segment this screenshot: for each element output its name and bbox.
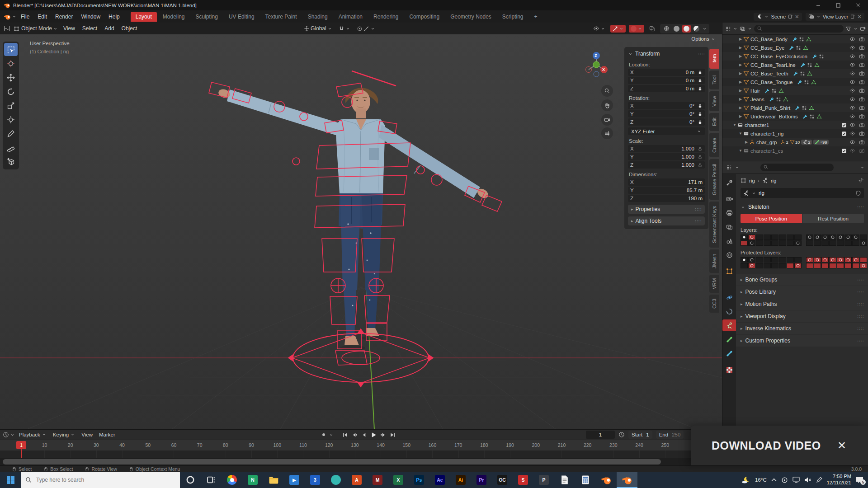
panel-inverse-kinematics[interactable]: ▸Inverse Kinematics∷∷ [736, 323, 868, 334]
object-name[interactable]: CC_Base_Teeth [750, 71, 788, 76]
disclosure-icon[interactable]: ▶ [738, 114, 743, 118]
protected-layer-cell[interactable] [748, 257, 755, 263]
render-visibility-icon[interactable] [859, 139, 865, 145]
close-button[interactable] [848, 0, 868, 10]
next-keyframe-button[interactable] [379, 431, 387, 439]
object-name[interactable]: Plaid_Punk_Shirt [750, 105, 790, 111]
object-name[interactable]: CC_Base_Body [750, 37, 788, 42]
timeline-menu-view[interactable]: View [78, 431, 96, 438]
skeleton-panel-header[interactable]: Skeleton ∷∷ [736, 200, 868, 212]
armature-layer-cell[interactable] [779, 235, 786, 240]
disclosure-icon[interactable]: ▼ [738, 149, 743, 153]
armature-layer-cell[interactable] [787, 240, 794, 246]
render-visibility-icon[interactable] [859, 131, 865, 136]
overlay-close-icon[interactable]: ✕ [837, 439, 846, 452]
protected-layer-cell[interactable] [764, 263, 771, 268]
armature-layer-cell[interactable] [771, 235, 778, 240]
network-display-icon[interactable] [793, 477, 800, 483]
snap-toggle[interactable] [337, 25, 352, 33]
sidebar-tab-tool[interactable]: Tool [709, 70, 719, 89]
editor-type-icon[interactable] [4, 25, 10, 32]
outliner-row[interactable]: ▼character1_cs [722, 146, 868, 155]
properties-tab-constraints[interactable] [722, 305, 736, 317]
gizmo-z-axis[interactable]: Z [593, 53, 599, 58]
protected-layer-cell[interactable] [829, 257, 836, 263]
viewport-menu-add[interactable]: Add [101, 24, 118, 33]
protected-layer-cell[interactable] [741, 257, 748, 263]
armature-layer-cell[interactable] [852, 235, 859, 240]
sidebar-tab-grease-pencil[interactable]: Grease Pencil [709, 159, 719, 200]
protected-layer-cell[interactable] [837, 257, 844, 263]
hide-eye-icon[interactable] [849, 53, 855, 59]
protected-layer-cell[interactable] [764, 257, 771, 263]
protected-layer-cell[interactable] [806, 257, 813, 263]
object-visibility-dropdown[interactable] [591, 24, 607, 33]
protected-layer-cell[interactable] [779, 263, 786, 268]
hide-eye-icon[interactable] [849, 96, 855, 102]
outliner-row[interactable]: ▶CC_Base_Eye [722, 43, 868, 52]
scrollbar-thumb[interactable] [3, 459, 661, 465]
tool-move[interactable] [4, 71, 18, 84]
outliner-row[interactable]: ▶CC_Base_EyeOcclusion [722, 52, 868, 61]
object-name[interactable]: CC_Base_Eye [750, 45, 784, 51]
rest-position-button[interactable]: Rest Position [802, 214, 864, 223]
render-visibility-icon[interactable] [859, 113, 865, 119]
armature-layer-cell[interactable] [771, 240, 778, 246]
current-frame-field[interactable]: 1 [586, 431, 615, 439]
collection-checkbox[interactable] [841, 148, 847, 154]
protected-layer-cell[interactable] [794, 257, 802, 263]
disclosure-icon[interactable]: ▶ [738, 63, 743, 67]
disclosure-icon[interactable]: ▶ [738, 106, 743, 110]
proportional-edit-toggle[interactable] [355, 25, 377, 33]
protected-layer-cell[interactable] [771, 257, 778, 263]
hide-eye-icon[interactable] [849, 148, 855, 154]
timeline-menu-keying[interactable]: Keying [50, 431, 78, 438]
sidebar-tab-vrm[interactable]: VRM [709, 275, 719, 293]
tool-rotate[interactable] [4, 85, 18, 98]
armature-layer-cell[interactable] [764, 240, 771, 246]
properties-tab-scene[interactable] [722, 235, 736, 247]
protected-layer-cell[interactable] [844, 257, 852, 263]
add-workspace-button[interactable]: + [529, 12, 542, 22]
workspace-tab-sculpting[interactable]: Sculpting [191, 12, 223, 22]
taskbar-app-app-oc[interactable]: OC [492, 472, 513, 488]
transform-field-location-z[interactable]: Z0 m [628, 85, 705, 92]
sidebar-tab-create[interactable]: Create [709, 133, 719, 157]
hide-eye-icon[interactable] [849, 88, 855, 94]
render-visibility-icon[interactable] [859, 96, 865, 102]
panel-align-tools[interactable]: ▸Align Tools∷∷ [628, 216, 705, 225]
render-disabled-icon[interactable] [859, 148, 865, 154]
disclosure-icon[interactable]: ▶ [738, 37, 743, 41]
previous-keyframe-button[interactable] [350, 431, 359, 439]
tool-measure[interactable] [4, 141, 18, 154]
lock-icon[interactable] [698, 120, 703, 125]
protected-layer-cell[interactable] [860, 263, 867, 268]
outliner-row[interactable]: ▶CC_Base_TearLine [722, 61, 868, 69]
new-view-layer-icon[interactable] [850, 14, 855, 19]
protected-layer-cell[interactable] [787, 263, 794, 268]
protected-layer-cell[interactable] [756, 257, 763, 263]
outliner-editor-icon[interactable] [725, 26, 731, 32]
armature-layer-cell[interactable] [821, 240, 829, 246]
hide-eye-icon[interactable] [849, 139, 855, 145]
taskbar-app-app-n[interactable]: N [242, 472, 263, 488]
render-visibility-icon[interactable] [859, 70, 865, 76]
hide-eye-icon[interactable] [849, 62, 855, 68]
tray-expand-icon[interactable] [771, 478, 777, 482]
outliner-row[interactable]: ▶CC_Base_Body [722, 35, 868, 43]
outliner-row[interactable]: ▼character1 [722, 121, 868, 129]
shading-wireframe-button[interactable] [662, 25, 671, 33]
taskbar-app-blender[interactable] [596, 472, 617, 488]
object-name[interactable]: Underwear_Bottoms [750, 114, 798, 119]
taskbar-clock[interactable]: 7:50 PM 12/11/2021 [827, 474, 851, 486]
transform-field-dimensions-z[interactable]: Z190 m [628, 195, 705, 202]
blender-menu-icon[interactable] [4, 13, 17, 20]
tool-select-box[interactable] [4, 43, 18, 56]
disclosure-icon[interactable]: ▶ [744, 140, 749, 144]
transform-field-scale-y[interactable]: Y1.000 [628, 153, 705, 160]
disclosure-icon[interactable]: ▶ [738, 80, 743, 84]
hide-eye-icon[interactable] [849, 122, 855, 128]
lock-icon[interactable] [698, 112, 703, 117]
camera-view-button[interactable] [601, 114, 613, 126]
taskbar-app-notepad[interactable] [554, 472, 575, 488]
